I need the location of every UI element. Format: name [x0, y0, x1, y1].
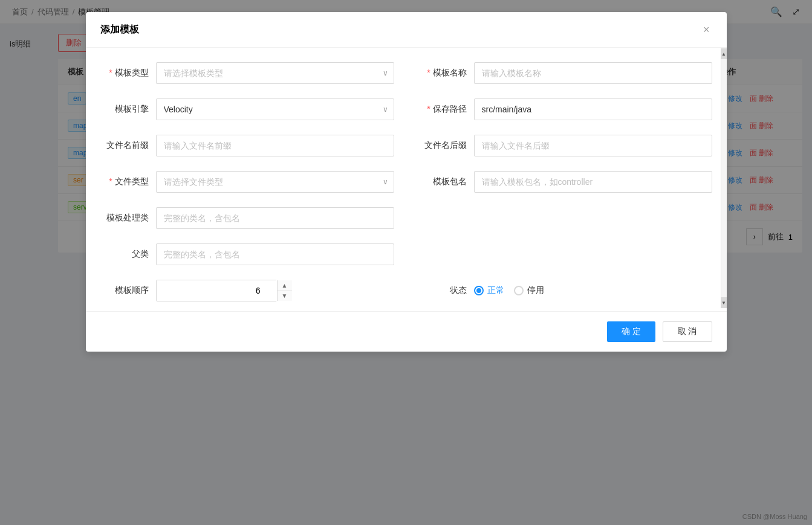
form-item-template-package: 模板包名: [418, 171, 712, 193]
engine-select[interactable]: Velocity FreeMarker: [156, 98, 394, 120]
form-item-file-prefix: 文件名前缀: [100, 135, 394, 156]
form-item-status: 状态 正常 停用: [418, 285, 712, 296]
file-prefix-input[interactable]: [156, 135, 394, 156]
file-type-select-wrapper: 请选择文件类型 ∨: [156, 171, 394, 193]
radio-disabled[interactable]: 停用: [514, 285, 544, 296]
engine-select-wrapper: Velocity FreeMarker ∨: [156, 98, 394, 120]
radio-disabled-circle: [514, 286, 524, 295]
cancel-button[interactable]: 取 消: [663, 321, 712, 342]
radio-disabled-label: 停用: [527, 285, 544, 296]
modal-footer: 确 定 取 消: [86, 311, 727, 352]
form-item-handler: 模板处理类: [100, 207, 394, 229]
modal-scrollbar: ▲ ▼: [721, 48, 727, 308]
form-item-file-type: 文件类型 请选择文件类型 ∨: [100, 171, 394, 193]
template-type-select[interactable]: 请选择模板类型: [156, 62, 394, 84]
form-row-5: 模板处理类: [100, 207, 712, 229]
status-radio-group: 正常 停用: [474, 285, 712, 296]
template-package-input[interactable]: [474, 171, 712, 193]
form-row-1: 模板类型 请选择模板类型 ∨ 模板名称: [100, 62, 712, 84]
file-type-select[interactable]: 请选择文件类型: [156, 171, 394, 193]
form-item-order: 模板顺序 ▲ ▼: [100, 280, 394, 301]
file-suffix-input[interactable]: [474, 135, 712, 156]
form-item-parent-class: 父类: [100, 243, 394, 265]
radio-normal[interactable]: 正常: [474, 285, 504, 296]
label-file-prefix: 文件名前缀: [100, 140, 149, 151]
modal-overlay: 添加模板 × 模板类型 请选择模板类型 ∨ 模板名称: [0, 0, 812, 525]
label-parent-class: 父类: [100, 249, 149, 260]
label-template-package: 模板包名: [418, 176, 467, 187]
radio-normal-label: 正常: [487, 285, 504, 296]
label-save-path: 保存路径: [418, 104, 467, 115]
label-template-type: 模板类型: [100, 68, 149, 79]
order-number-input: ▲ ▼: [156, 280, 277, 301]
form-row-7: 模板顺序 ▲ ▼ 状态 正常: [100, 280, 712, 301]
handler-input[interactable]: [156, 207, 394, 229]
confirm-button[interactable]: 确 定: [607, 321, 655, 342]
label-engine: 模板引擎: [100, 104, 149, 115]
stepper-down[interactable]: ▼: [278, 291, 292, 301]
parent-class-input[interactable]: [156, 243, 394, 265]
label-handler: 模板处理类: [100, 213, 149, 224]
form-item-save-path: 保存路径: [418, 98, 712, 120]
template-type-select-wrapper: 请选择模板类型 ∨: [156, 62, 394, 84]
order-input[interactable]: [157, 280, 277, 301]
form-item-template-name: 模板名称: [418, 62, 712, 84]
order-stepper: ▲ ▼: [277, 280, 292, 301]
form-row-2: 模板引擎 Velocity FreeMarker ∨ 保存路径: [100, 98, 712, 120]
template-name-input[interactable]: [474, 62, 712, 84]
radio-normal-circle: [474, 286, 484, 295]
form-row-3: 文件名前缀 文件名后缀: [100, 135, 712, 156]
label-status: 状态: [418, 285, 467, 296]
form-item-file-suffix: 文件名后缀: [418, 135, 712, 156]
label-template-name: 模板名称: [418, 68, 467, 79]
modal-header: 添加模板 ×: [86, 12, 727, 48]
modal-body: 模板类型 请选择模板类型 ∨ 模板名称 模板引擎: [86, 48, 727, 311]
form-item-template-type: 模板类型 请选择模板类型 ∨: [100, 62, 394, 84]
save-path-input[interactable]: [474, 98, 712, 120]
form-item-engine: 模板引擎 Velocity FreeMarker ∨: [100, 98, 394, 120]
close-button[interactable]: ×: [701, 22, 712, 37]
label-file-type: 文件类型: [100, 176, 149, 187]
label-file-suffix: 文件名后缀: [418, 140, 467, 151]
scroll-up-btn[interactable]: ▲: [721, 48, 727, 59]
stepper-up[interactable]: ▲: [278, 280, 292, 291]
label-order: 模板顺序: [100, 285, 149, 296]
form-row-6: 父类: [100, 243, 712, 265]
scroll-down-btn[interactable]: ▼: [721, 297, 727, 308]
add-template-modal: 添加模板 × 模板类型 请选择模板类型 ∨ 模板名称: [86, 12, 727, 352]
modal-title: 添加模板: [100, 24, 139, 36]
form-row-4: 文件类型 请选择文件类型 ∨ 模板包名: [100, 171, 712, 193]
